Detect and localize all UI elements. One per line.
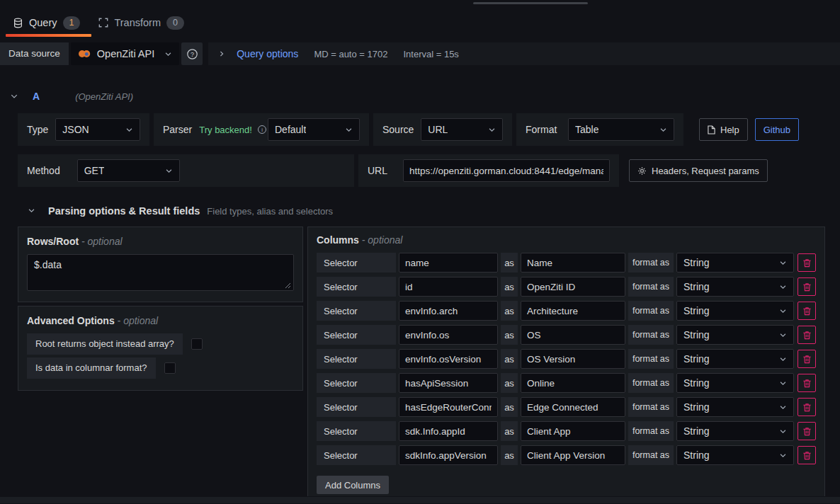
column-format-value: String [683,401,710,413]
delete-column-button[interactable] [798,326,816,344]
chevron-down-icon [779,379,787,387]
source-select[interactable]: URL [421,118,503,141]
column-alias-input[interactable] [521,253,625,273]
column-row: Selector as format as String [317,253,816,273]
format-select[interactable]: Table [568,118,674,141]
panel-resize-handle[interactable] [473,2,588,4]
column-selector-input[interactable] [399,325,498,345]
help-button-label: Help [720,125,739,135]
column-format-select[interactable]: String [676,253,794,273]
datasource-help-button[interactable]: ? [181,42,203,65]
github-button[interactable]: Github [755,118,799,141]
delete-column-button[interactable] [798,253,816,272]
column-format-label: format as [628,277,674,297]
delete-column-button[interactable] [798,374,816,392]
column-alias-input[interactable] [521,301,625,321]
column-format-value: String [683,257,710,268]
method-select[interactable]: GET [77,159,180,182]
delete-column-button[interactable] [798,398,816,416]
try-backend-hint[interactable]: Try backend! [199,125,252,135]
column-as-label: as [501,445,518,465]
column-selector-input[interactable] [399,397,498,417]
column-format-select[interactable]: String [676,277,794,297]
datasource-label: Data source [0,42,69,65]
column-selector-label: Selector [317,349,396,369]
column-as-label: as [501,421,518,441]
url-input[interactable] [403,159,610,182]
parsing-options-header[interactable]: Parsing options & Result fields Field ty… [18,205,825,217]
column-alias-input[interactable] [521,325,625,345]
column-alias-input[interactable] [521,373,625,393]
tab-transform[interactable]: Transform 0 [91,8,195,37]
source-select-value: URL [428,124,448,135]
column-format-select[interactable]: String [676,325,794,345]
column-selector-input[interactable] [399,253,498,273]
parser-label: Parser [163,124,192,135]
parsing-left-column: Rows/Root - optional Advanced Options - … [18,227,303,391]
column-format-value: String [683,305,710,316]
method-label: Method [27,165,60,176]
columns-panel: Columns - optional Selector as format as… [307,227,825,503]
root-object-checkbox[interactable] [191,338,203,350]
type-select-value: JSON [62,124,89,135]
delete-column-button[interactable] [798,302,816,320]
document-icon [708,125,715,134]
resize-grip-icon[interactable] [285,282,291,289]
column-alias-input[interactable] [521,349,625,369]
rows-root-optional: - optional [81,236,123,247]
column-format-label: format as [628,301,674,321]
query-row-header[interactable]: A (OpenZiti API) [0,85,840,108]
delete-column-button[interactable] [798,350,816,368]
column-as-label: as [501,397,518,417]
column-row: Selector as format as String [317,349,816,369]
column-alias-input[interactable] [521,277,625,297]
column-selector-input[interactable] [399,421,498,441]
column-format-label: format as [628,421,674,441]
parsing-options-title: Parsing options & Result fields [48,205,200,217]
column-alias-input[interactable] [521,397,625,417]
column-alias-input[interactable] [521,421,625,441]
chevron-down-icon [779,283,787,291]
columns-list: Selector as format as String Selector as… [317,253,816,465]
column-format-select[interactable]: String [676,421,794,441]
tab-transform-label: Transform [114,17,161,28]
column-selector-input[interactable] [399,277,498,297]
column-format-select[interactable]: String [676,349,794,369]
type-select[interactable]: JSON [55,118,140,141]
svg-text:?: ? [191,50,194,57]
column-row: Selector as format as String [317,421,816,441]
column-selector-input[interactable] [399,301,498,321]
parser-select[interactable]: Default [268,118,360,141]
root-object-option-label: Root returns object instead array? [27,333,183,355]
headers-button-label: Headers, Request params [652,166,759,176]
delete-column-button[interactable] [798,422,816,440]
columnar-format-checkbox[interactable] [164,362,176,374]
column-alias-input[interactable] [521,445,625,465]
add-columns-button[interactable]: Add Columns [317,476,389,494]
delete-column-button[interactable] [798,446,816,464]
rows-root-textarea[interactable] [27,254,294,291]
bottom-divider [0,496,840,503]
delete-column-button[interactable] [798,277,816,296]
datasource-picker[interactable]: OpenZiti API [71,42,179,65]
help-button[interactable]: Help [699,118,748,141]
column-format-select[interactable]: String [676,301,794,321]
headers-request-params-button[interactable]: Headers, Request params [629,159,768,182]
column-selector-input[interactable] [399,373,498,393]
column-format-select[interactable]: String [676,373,794,393]
column-format-select[interactable]: String [676,445,794,465]
advanced-option-row: Is data in columnar format? [27,357,294,379]
tab-query[interactable]: Query 1 [6,8,91,37]
tab-query-count-badge: 1 [63,16,81,30]
editor-row-2: Method GET URL Headers, Request params [18,154,825,187]
svg-text:i: i [261,127,263,133]
parsing-options-subtitle: Field types, alias and selectors [207,206,333,217]
editor-tabbar: Query 1 Transform 0 [0,8,840,37]
query-options-toggle[interactable]: Query options [218,48,298,59]
column-format-value: String [683,329,710,340]
column-format-select[interactable]: String [676,397,794,417]
column-selector-input[interactable] [399,349,498,369]
advanced-options-label: Advanced Options [27,315,115,326]
column-selector-input[interactable] [399,445,498,465]
column-format-value: String [683,281,710,292]
